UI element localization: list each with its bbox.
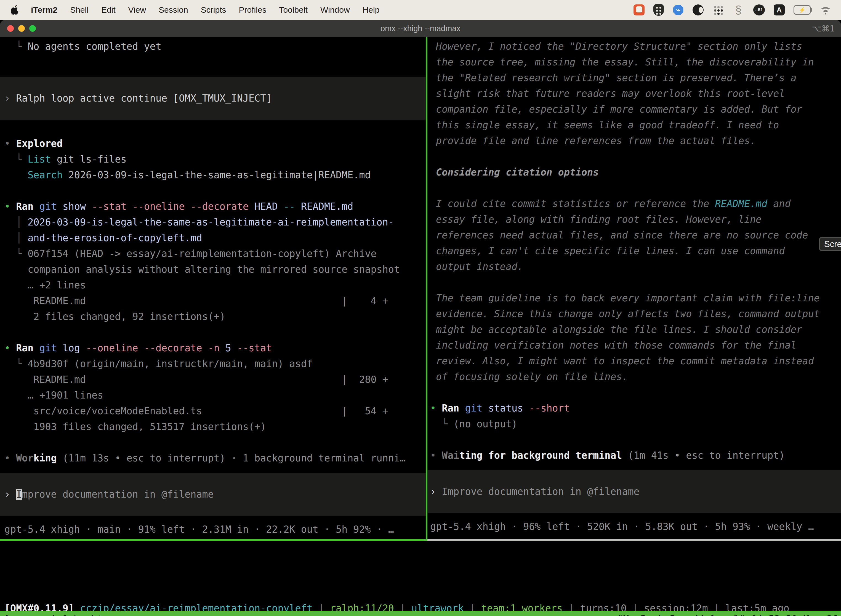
terminal-line: gpt-5.4 xhigh · 96% left · 520K in · 5.8… [428,519,841,535]
menu-item-window[interactable]: Window [320,5,350,15]
terminal-block: └ No agents completed yet [0,39,426,54]
text-segment: I could cite commit statistics or refere… [430,198,715,209]
text-segment: └ [4,248,28,259]
terminal-line: │ and-the-erosion-of-copyleft.md [0,230,426,246]
terminal-line: └ List git ls-files [0,151,426,167]
terminal-line: › Ralph loop active continue [OMX_TMUX_I… [0,91,426,106]
terminal-block: • Ran git show --stat --oneline --decora… [0,199,426,324]
terminal-line: companion analysis without altering the … [0,262,426,277]
text-segment: Search [28,169,62,180]
terminal-line: of focusing solely on file lines. [428,369,841,385]
text-segment: Explored [16,138,63,149]
text-segment [220,343,226,353]
terminal-block [0,435,426,450]
right-pane-content: However, I noticed the "Directory Struct… [428,37,841,535]
window-title-bar[interactable]: omx --xhigh --madmax ⌥⌘1 [0,20,841,37]
prompt-input-box[interactable]: › Ralph loop active continue [OMX_TMUX_I… [0,77,426,120]
text-segment: • [430,450,442,461]
prompt-input-box[interactable]: › Improve documentation in @filename [0,473,426,516]
text-segment: status [488,403,523,414]
text-segment: › [4,93,16,104]
terminal-line: changes, I can't cite specific file line… [428,243,841,259]
terminal-block [428,180,841,196]
battery-icon[interactable]: ⚡ [794,5,811,15]
text-segment: Considering citation options [430,167,599,178]
text-segment: companion file, especially if more comme… [430,104,802,115]
dark-crescent-icon[interactable] [693,4,703,15]
terminal-line: provide file and line references from th… [428,133,841,149]
text-segment: mprove documentation in @filename [22,489,214,500]
text-segment: The team guideline is to back every impo… [430,293,820,304]
text-segment: might be acceptable alongside the file l… [430,324,802,335]
text-segment: evidence. Since this change only affects… [430,308,820,319]
terminal-line: output instead. [428,259,841,274]
prompt-input-box[interactable]: › Improve documentation in @filename [428,470,841,513]
text-segment: (11m 13s • esc to interrupt) · 1 backgro… [57,453,406,463]
tmux-pane-right[interactable]: However, I noticed the "Directory Struct… [428,37,841,539]
shield-grid-icon[interactable] [653,4,664,16]
terminal-line: this single essay, it seems like a good … [428,117,841,133]
menu-item-help[interactable]: Help [363,5,379,15]
text-segment: Wor [16,453,34,463]
keyboard-a-icon[interactable]: A [774,4,785,15]
terminal-line: essay file, along with finding root file… [428,212,841,227]
blue-badge-icon[interactable] [673,4,684,15]
screen-share-overlay[interactable]: Scre [819,237,841,251]
terminal-area[interactable]: └ No agents completed yet› Ralph loop ac… [0,37,841,616]
minimize-button[interactable] [18,25,25,32]
text-segment: and-the-erosion-of-copyleft.md [28,232,202,243]
menu-item-edit[interactable]: Edit [101,5,116,15]
terminal-line: │ 2026-03-09-is-legal-the-same-as-legiti… [0,214,426,230]
terminal-block: • Ran git status --short └ (no output) [428,400,841,432]
text-segment: (1m 41s • esc to interrupt) [622,450,785,461]
text-segment: (no output) [453,418,517,430]
text-segment: 2026-03-09-is-legal-the-same-as-legitima… [28,217,394,228]
squiggle-icon[interactable]: § [732,4,744,16]
text-segment: gpt-5.4 xhigh · 96% left · 520K in · 5.8… [430,521,814,532]
text-segment [202,343,208,353]
terminal-block [0,120,426,136]
text-segment: --short [529,403,570,414]
menu-item-toolbelt[interactable]: Toolbelt [279,5,308,15]
wifi-icon[interactable] [819,5,832,15]
text-segment: • [4,453,16,463]
text-segment: king [34,453,57,463]
menu-item-view[interactable]: View [128,5,146,15]
text-segment [86,201,92,212]
zoom-button[interactable] [29,25,36,32]
text-segment: I [16,489,22,500]
text-segment: 2026-03-09-is-legal-the-same-as-legitima… [63,169,371,180]
text-segment: README.md [715,198,768,209]
terminal-block: • Waiting for background terminal (1m 41… [428,448,841,463]
screenshot-app-icon[interactable] [633,4,645,15]
text-segment [34,343,39,353]
text-segment: Ralph loop active continue [OMX_TMUX_INJ… [16,93,272,104]
text-segment: show [63,201,86,212]
close-button[interactable] [7,25,14,32]
text-segment [57,343,63,353]
apple-logo-icon[interactable] [11,4,21,15]
menu-item-shell[interactable]: Shell [70,5,89,15]
terminal-line: evidence. Since this change only affects… [428,306,841,322]
menu-item-scripts[interactable]: Scripts [201,5,226,15]
terminal-line: Considering citation options [428,164,841,180]
dots-grid-icon[interactable] [712,4,724,15]
menu-item-session[interactable]: Session [159,5,188,15]
text-segment: companion analysis without altering the … [4,264,400,275]
window-title: omx --xhigh --madmax [381,24,460,33]
text-segment: README.md [301,201,353,212]
text-segment [483,403,488,414]
text-segment: and [767,198,791,209]
macos-menu-bar: iTerm2ShellEditViewSessionScriptsProfile… [0,0,841,20]
tmux-pane-left[interactable]: └ No agents completed yet› Ralph loop ac… [0,37,426,539]
text-segment: • [430,403,442,414]
menu-items: iTerm2ShellEditViewSessionScriptsProfile… [31,5,379,15]
terminal-line: • Ran git status --short [428,400,841,416]
text-segment: --stat [237,343,272,353]
terminal-block [428,149,841,164]
text-segment: output instead. [430,261,523,272]
menu-item-iterm2[interactable]: iTerm2 [31,5,57,15]
circle-61-icon[interactable]: ..61 [753,4,765,15]
terminal-line: … +1901 lines [0,387,426,403]
menu-item-profiles[interactable]: Profiles [239,5,266,15]
